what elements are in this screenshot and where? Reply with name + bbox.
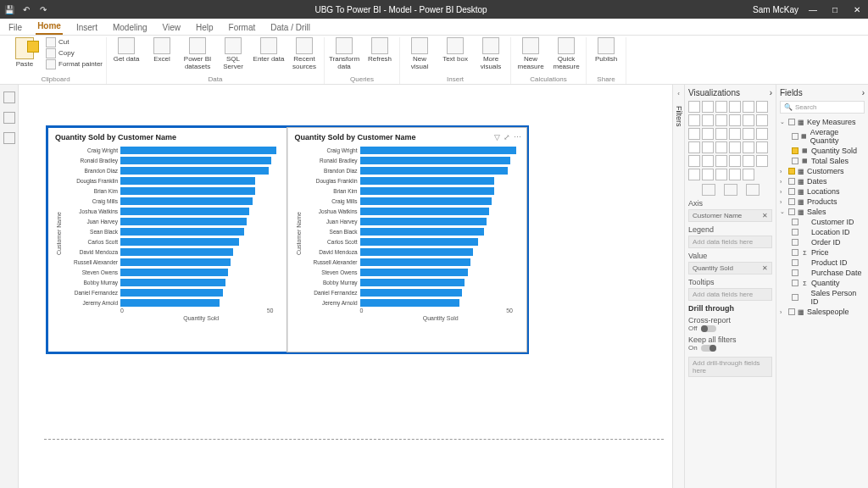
fields-tab-icon[interactable] — [702, 184, 715, 196]
sql-server-button[interactable]: SQL Server — [217, 37, 249, 71]
transform-data-button[interactable]: Transform data — [328, 37, 360, 71]
bar-chart-visual-1[interactable]: Quantity Sold by Customer NameCustomer N… — [48, 128, 287, 352]
tab-modeling[interactable]: Modeling — [111, 20, 149, 35]
chevron-right-icon[interactable]: › — [862, 88, 865, 97]
field-sales-person-id[interactable]: Sales Person ID — [780, 288, 865, 307]
new-measure-button[interactable]: New measure — [515, 37, 547, 71]
table-key-measures[interactable]: ⌄▦Key Measures — [780, 117, 865, 127]
viz-type-icon[interactable] — [729, 114, 741, 126]
field-customer-id[interactable]: Customer ID — [780, 217, 865, 227]
field-location-id[interactable]: Location ID — [780, 227, 865, 237]
viz-type-icon[interactable] — [756, 128, 768, 140]
cut-button[interactable]: Cut — [46, 37, 103, 47]
viz-type-icon[interactable] — [729, 141, 741, 153]
minimize-icon[interactable]: — — [805, 5, 821, 14]
fields-search-input[interactable]: 🔍Search — [780, 101, 865, 114]
report-view-icon[interactable] — [3, 92, 15, 103]
viz-type-icon[interactable] — [729, 155, 741, 167]
more-icon[interactable]: ⋯ — [514, 133, 521, 141]
table-customers[interactable]: ›▦Customers — [780, 166, 865, 176]
viz-type-icon[interactable] — [715, 155, 727, 167]
get-data-button[interactable]: Get data — [110, 37, 142, 64]
quick-measure-button[interactable]: Quick measure — [550, 37, 582, 71]
analytics-tab-icon[interactable] — [746, 184, 760, 196]
excel-button[interactable]: Excel — [146, 37, 178, 64]
model-view-icon[interactable] — [3, 132, 15, 144]
measure-average-quantity[interactable]: ▦Average Quantity — [780, 127, 865, 146]
legend-well[interactable]: Add data fields here — [688, 236, 772, 248]
viz-type-icon[interactable] — [702, 101, 714, 113]
viz-type-icon[interactable] — [715, 101, 727, 113]
field-price[interactable]: ΣPrice — [780, 247, 865, 258]
drill-well[interactable]: Add drill-through fields here — [688, 357, 772, 377]
text-box-button[interactable]: Text box — [439, 37, 471, 64]
copy-button[interactable]: Copy — [46, 48, 103, 58]
viz-type-icon[interactable] — [715, 128, 727, 140]
viz-type-icon[interactable] — [743, 155, 754, 167]
tab-home[interactable]: Home — [36, 19, 63, 35]
power-bi-datasets-button[interactable]: Power BI datasets — [181, 37, 214, 71]
visual-selection[interactable]: Quantity Sold by Customer NameCustomer N… — [46, 125, 529, 354]
value-well[interactable]: Quantity Sold✕ — [688, 262, 772, 274]
viz-type-icon[interactable] — [756, 141, 768, 153]
viz-type-icon[interactable] — [702, 141, 714, 153]
viz-type-icon[interactable] — [688, 114, 700, 126]
viz-type-icon[interactable] — [688, 128, 700, 140]
report-canvas[interactable]: Quantity Sold by Customer NameCustomer N… — [19, 85, 672, 488]
viz-type-icon[interactable] — [743, 114, 754, 126]
cross-report-toggle[interactable]: Off — [688, 324, 772, 332]
new-visual-button[interactable]: New visual — [403, 37, 436, 71]
viz-type-icon[interactable] — [688, 169, 700, 180]
filters-collapsed-pane[interactable]: ‹ Filters — [673, 85, 685, 488]
table-dates[interactable]: ›▦Dates — [780, 176, 865, 186]
viz-type-icon[interactable] — [702, 169, 714, 180]
refresh-button[interactable]: Refresh — [364, 37, 396, 64]
viz-type-icon[interactable] — [743, 128, 754, 140]
maximize-icon[interactable]: □ — [827, 5, 843, 14]
table-locations[interactable]: ›▦Locations — [780, 186, 865, 197]
viz-type-icon[interactable] — [756, 114, 768, 126]
table-products[interactable]: ›▦Products — [780, 197, 865, 207]
viz-type-icon[interactable] — [756, 155, 768, 167]
viz-type-icon[interactable] — [688, 101, 700, 113]
data-view-icon[interactable] — [3, 112, 15, 124]
tab-format[interactable]: Format — [227, 20, 258, 35]
axis-well[interactable]: Customer Name✕ — [688, 209, 772, 222]
viz-type-icon[interactable] — [715, 141, 727, 153]
field-product-id[interactable]: Product ID — [780, 258, 865, 268]
redo-icon[interactable]: ↷ — [37, 3, 49, 15]
viz-type-icon[interactable] — [729, 101, 741, 113]
viz-type-icon[interactable] — [729, 128, 741, 140]
table-sales[interactable]: ⌄▦Sales — [780, 207, 865, 217]
measure-quantity-sold[interactable]: ▦Quantity Sold — [780, 146, 865, 156]
format-tab-icon[interactable] — [724, 184, 737, 196]
bar-chart-visual-2[interactable]: Quantity Sold by Customer Name▽⤢⋯Custome… — [287, 128, 527, 352]
more-visuals-button[interactable]: More visuals — [475, 37, 507, 71]
user-name[interactable]: Sam McKay — [753, 5, 798, 14]
tab-file[interactable]: File — [7, 20, 24, 35]
tab-data-drill[interactable]: Data / Drill — [269, 20, 312, 35]
field-order-id[interactable]: Order ID — [780, 237, 865, 247]
recent-sources-button[interactable]: Recent sources — [288, 37, 320, 71]
viz-type-icon[interactable] — [743, 141, 754, 153]
viz-type-icon[interactable] — [743, 101, 754, 113]
enter-data-button[interactable]: Enter data — [253, 37, 285, 64]
field-purchase-date[interactable]: Purchase Date — [780, 268, 865, 278]
publish-button[interactable]: Publish — [590, 37, 622, 64]
tab-insert[interactable]: Insert — [75, 20, 99, 35]
save-icon[interactable]: 💾 — [3, 3, 15, 15]
viz-type-icon[interactable] — [702, 155, 714, 167]
tooltips-well[interactable]: Add data fields here — [688, 288, 772, 301]
viz-type-icon[interactable] — [688, 155, 700, 167]
keep-filters-toggle[interactable]: On — [688, 344, 772, 352]
format-painter-button[interactable]: Format painter — [46, 59, 103, 69]
viz-type-icon[interactable] — [756, 101, 768, 113]
tab-view[interactable]: View — [161, 20, 183, 35]
viz-type-icon[interactable] — [729, 169, 741, 180]
undo-icon[interactable]: ↶ — [20, 3, 32, 15]
viz-type-icon[interactable] — [715, 169, 727, 180]
viz-type-icon[interactable] — [702, 114, 714, 126]
table-salespeople[interactable]: ›▦Salespeople — [780, 307, 865, 317]
visual-type-gallery[interactable] — [688, 101, 772, 180]
chevron-left-icon[interactable]: ‹ — [677, 90, 680, 97]
